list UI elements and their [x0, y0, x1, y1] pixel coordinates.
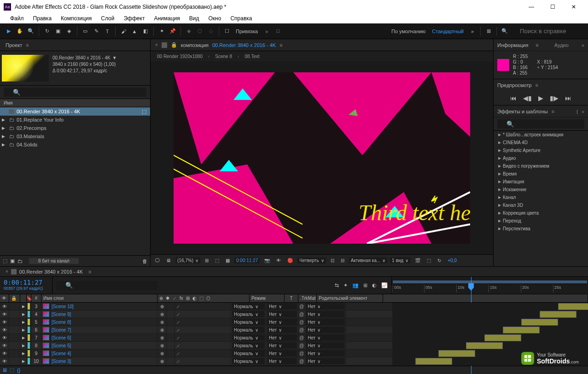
camera-tool-icon[interactable]: ▣: [53, 26, 63, 36]
panel-menu-icon[interactable]: ≡: [536, 42, 538, 48]
puppet-tool-icon[interactable]: 📌: [168, 26, 178, 36]
trkmat-dropdown[interactable]: Нет ∨: [267, 311, 297, 317]
transparency-icon[interactable]: ▦: [224, 258, 232, 263]
snap-checkbox[interactable]: ☐: [222, 26, 232, 36]
project-item-comp[interactable]: 00.Render 3840 x 2016 - 4K ⬚: [0, 107, 150, 116]
lock-icon[interactable]: 🔒: [171, 42, 177, 48]
comp-tab-name[interactable]: 00.Render 3840 x 2016 - 4K: [212, 42, 276, 48]
roto-tool-icon[interactable]: ✦: [157, 26, 167, 36]
project-list[interactable]: 00.Render 3840 x 2016 - 4K ⬚ ▶🗀 01.Repla…: [0, 107, 150, 255]
layer-name[interactable]: [Scene 9]: [51, 310, 157, 318]
panel-menu-icon[interactable]: ≡: [279, 42, 282, 48]
effect-category[interactable]: ▶Аудио: [494, 154, 588, 162]
label-chip[interactable]: [28, 319, 30, 325]
mode-header[interactable]: Режим: [250, 294, 285, 302]
menu-effect[interactable]: Эффект: [119, 15, 149, 22]
hand-tool-icon[interactable]: ✋: [15, 26, 25, 36]
trkmat-dropdown[interactable]: Нет ∨: [267, 303, 297, 310]
expand-icon[interactable]: ▶: [20, 342, 27, 349]
effect-category[interactable]: ▶Переход: [494, 217, 588, 225]
expand-icon[interactable]: ▶: [20, 365, 27, 366]
breadcrumb-item[interactable]: 00 Render 1920x1080: [157, 54, 203, 59]
layer-bar[interactable]: [503, 327, 540, 333]
more-icon[interactable]: »: [582, 109, 584, 114]
chevron-left-icon[interactable]: ‹: [238, 54, 239, 59]
tool-opt-3-icon[interactable]: ◇: [206, 26, 216, 36]
effect-category[interactable]: ▶Искажение: [494, 186, 588, 193]
effect-category[interactable]: ▶Видео с погружением: [494, 162, 588, 170]
label-chip[interactable]: [28, 334, 30, 341]
exposure-value[interactable]: +0,0: [446, 258, 459, 263]
layer-name[interactable]: [Scene 5]: [51, 342, 157, 349]
menu-animation[interactable]: Анимация: [149, 15, 184, 22]
menu-window[interactable]: Окно: [204, 15, 226, 22]
workspace-standard[interactable]: Стандартный: [429, 29, 466, 34]
snap-opt-icon[interactable]: ⟐: [262, 26, 272, 36]
chevron-left-icon[interactable]: ‹: [208, 54, 210, 59]
trash-icon[interactable]: 🗑: [142, 258, 147, 264]
pen-tool-icon[interactable]: ✎: [91, 26, 101, 36]
quality-dropdown[interactable]: Четверть ∨: [297, 257, 326, 263]
info-tab[interactable]: Информация: [497, 42, 528, 48]
expand-icon[interactable]: ▶: [20, 310, 27, 318]
rectangle-tool-icon[interactable]: ▭: [80, 26, 90, 36]
effect-category[interactable]: ▶Канал 3D: [494, 201, 588, 209]
panel-menu-icon[interactable]: ≡: [88, 269, 91, 275]
camera-dropdown[interactable]: Активная ка... ∨: [349, 257, 387, 263]
eye-column-icon[interactable]: 👁: [0, 294, 9, 302]
label-chip[interactable]: [28, 311, 30, 317]
blend-mode-dropdown[interactable]: Нормаль ∨: [232, 311, 265, 317]
bits-label[interactable]: 8 бит на канал: [29, 258, 79, 264]
visibility-toggle[interactable]: 👁: [0, 357, 9, 365]
reset-icon[interactable]: ↻: [436, 258, 443, 263]
shy-icon[interactable]: 👥: [352, 282, 359, 288]
draft-3d-icon[interactable]: ✦: [343, 282, 348, 288]
layer-name[interactable]: [Scene 2]: [51, 365, 157, 366]
blend-mode-dropdown[interactable]: Нормаль ∨: [232, 303, 265, 310]
project-item-folder[interactable]: ▶🗀 04.Solids: [0, 140, 150, 149]
visibility-toggle[interactable]: 👁: [0, 326, 9, 333]
label-chip[interactable]: [28, 342, 30, 349]
menu-layer[interactable]: Слой: [96, 15, 119, 22]
clone-tool-icon[interactable]: ▲: [129, 26, 140, 36]
effects-tab[interactable]: Эффекты и шаблоны: [497, 109, 548, 114]
parent-dropdown[interactable]: Нет ∨: [306, 311, 345, 317]
tl-footer-icon[interactable]: ⬚: [10, 367, 14, 373]
breadcrumb-item[interactable]: Scene 8: [215, 54, 232, 59]
effects-list[interactable]: ▶* Шабло...астроек анимации ▶CINEMA 4D ▶…: [494, 131, 588, 233]
tool-opt-2-icon[interactable]: ⬡: [195, 26, 205, 36]
fast-preview-icon[interactable]: ⊡: [329, 258, 336, 263]
pickwhip-icon[interactable]: @: [299, 327, 304, 333]
graph-editor-icon[interactable]: 📈: [381, 282, 388, 288]
collapse-switch[interactable]: ⊕: [157, 357, 167, 365]
panel-menu-icon[interactable]: ≡: [536, 82, 538, 88]
layer-name[interactable]: [Scene 6]: [51, 334, 157, 341]
pickwhip-icon[interactable]: @: [299, 304, 304, 309]
effect-category[interactable]: ▶* Шабло...астроек анимации: [494, 131, 588, 139]
switches-icon[interactable]: ✱: [166, 296, 169, 301]
effect-category[interactable]: ▶Synthetic Aperture: [494, 146, 588, 154]
name-column-header[interactable]: Имя: [4, 100, 12, 105]
layer-bar[interactable]: [415, 358, 452, 365]
label-chip[interactable]: [28, 327, 30, 333]
first-frame-icon[interactable]: ⏮: [510, 94, 517, 102]
blend-mode-dropdown[interactable]: Нормаль ∨: [232, 334, 265, 341]
eraser-tool-icon[interactable]: ◧: [140, 26, 151, 36]
lock-column-icon[interactable]: 🔒: [9, 294, 20, 302]
layer-name[interactable]: [Scene 10]: [51, 303, 157, 310]
composition-thumbnail[interactable]: [2, 55, 49, 82]
layer-name[interactable]: [Scene 8]: [51, 318, 157, 326]
channels-icon[interactable]: 🔴: [285, 258, 295, 263]
layer-bar[interactable]: [466, 342, 503, 349]
menu-composition[interactable]: Композиция: [56, 15, 96, 22]
effect-category[interactable]: ▶Перспектива: [494, 225, 588, 233]
parent-dropdown[interactable]: Нет ∨: [306, 342, 345, 349]
pickwhip-icon[interactable]: @: [299, 312, 304, 317]
visibility-toggle[interactable]: 👁: [0, 318, 9, 326]
project-tab-label[interactable]: Проект: [6, 42, 22, 48]
panel-menu-icon[interactable]: ≡: [552, 109, 554, 114]
collapse-switch[interactable]: ⊕: [157, 310, 167, 318]
switches-icon[interactable]: ⊕: [159, 296, 163, 301]
help-search-input[interactable]: [511, 27, 584, 36]
renderer-icon[interactable]: ⬚: [425, 258, 433, 263]
